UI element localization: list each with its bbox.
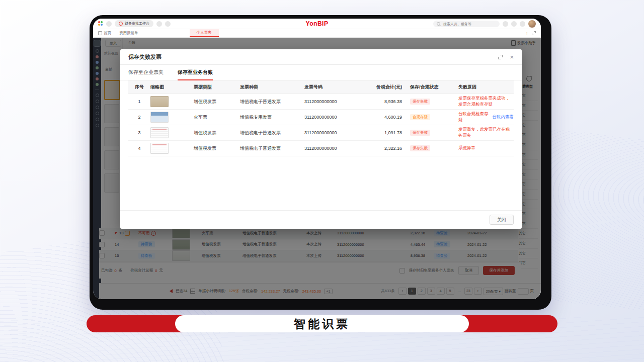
cell-failure-reason: 台账合规检查存疑台账内查看 xyxy=(458,111,514,123)
modal-close-button[interactable]: 关闭 xyxy=(490,215,514,225)
caption-banner: 智能识票 xyxy=(87,315,557,332)
cell-amount: 4,600.19 xyxy=(364,115,410,120)
cell-failure-reason: 发票重复，此发票已存在税务票夹 xyxy=(458,127,514,139)
cell-invoice-kind: 增值税专用发票 xyxy=(240,114,304,121)
invoice-thumbnail[interactable] xyxy=(150,127,169,138)
cell-thumb xyxy=(150,96,194,107)
failure-reason-text: 系统异常 xyxy=(458,145,475,151)
caption-text: 智能识票 xyxy=(294,316,350,332)
column-header: 保存/合规状态 xyxy=(410,84,458,90)
table-row[interactable]: 2火车票增值税专用发票31120000000004,600.19合规存疑台账合规… xyxy=(128,110,514,125)
browser-tab-title: 财务审批工作台 xyxy=(125,21,149,26)
cell-invoice-no: 3112000000000 xyxy=(304,115,364,120)
fullscreen-icon[interactable] xyxy=(532,31,536,35)
cell-invoice-no: 3112000000000 xyxy=(304,146,364,151)
global-search[interactable] xyxy=(433,21,500,27)
cell-thumb xyxy=(150,127,194,138)
search-input[interactable] xyxy=(442,22,496,26)
status-badge: 保存失败 xyxy=(410,130,430,136)
header-action-button[interactable] xyxy=(511,21,517,27)
tab-save-to-enterprise-wallet[interactable]: 保存至企业票夹 xyxy=(128,65,164,80)
cell-invoice-no: 3112000000000 xyxy=(304,99,364,104)
cell-ticket-type: 火车票 xyxy=(194,114,240,121)
cell-amount: 8,936.38 xyxy=(364,99,410,104)
failure-reason-text: 发票保存至税务票夹成功，发票合规检查存疑 xyxy=(458,96,514,108)
modal-table-header: 序号缩略图票据类型发票种类发票号码价税合计(元)保存/合规状态失败原因 xyxy=(128,80,514,94)
caption-pill: 智能识票 xyxy=(175,315,469,332)
cell-amount: 1,091.78 xyxy=(364,130,410,135)
browser-button[interactable] xyxy=(165,21,171,27)
cell-no: 4 xyxy=(128,146,150,151)
cell-amount: 2,322.16 xyxy=(364,146,410,151)
status-badge: 合规存疑 xyxy=(410,114,430,120)
table-row[interactable]: 1增值税发票增值税电子普通发票31120000000008,936.38保存失败… xyxy=(128,94,514,110)
cell-ticket-type: 增值税发票 xyxy=(194,145,240,152)
nav-bar: 首页 费用报销单 个人票夹 ↑ xyxy=(93,29,541,38)
browser-tab[interactable]: 财务审批工作台 xyxy=(115,20,153,27)
user-avatar[interactable] xyxy=(528,20,536,28)
home-icon xyxy=(98,31,102,35)
cell-failure-reason: 发票保存至税务票夹成功，发票合规检查存疑 xyxy=(458,96,514,108)
invoice-thumbnail[interactable] xyxy=(150,143,169,154)
nav-expense-doc-label: 费用报销单 xyxy=(119,31,138,36)
status-badge: 保存失败 xyxy=(410,145,430,151)
tab-favicon xyxy=(119,22,123,26)
cell-failure-reason: 系统异常 xyxy=(458,145,514,151)
cell-invoice-kind: 增值税电子普通发票 xyxy=(240,130,304,136)
column-header: 序号 xyxy=(128,84,150,90)
browser-bar: 财务审批工作台 YonBIP xyxy=(93,19,541,29)
cell-thumb xyxy=(150,112,194,123)
column-header: 发票种类 xyxy=(240,84,304,90)
expand-icon[interactable] xyxy=(498,55,503,59)
search-icon xyxy=(437,22,440,26)
cell-no: 1 xyxy=(128,99,150,104)
upload-icon[interactable]: ↑ xyxy=(526,31,528,36)
main-area: 票夹 台账 默认视图 全部 发票小助手 消费类型 其它其它其它其它其它其它其它其… xyxy=(93,38,541,299)
modal-table-body: 1增值税发票增值税电子普通发票31120000000008,936.38保存失败… xyxy=(128,94,514,156)
cell-invoice-kind: 增值税电子普通发票 xyxy=(240,99,304,105)
cell-invoice-no: 3112000000000 xyxy=(304,130,364,135)
cell-invoice-kind: 增值税电子普通发票 xyxy=(240,145,304,152)
column-header: 缩略图 xyxy=(150,84,194,90)
app-logo-icon xyxy=(98,21,103,26)
close-icon[interactable]: × xyxy=(510,54,514,60)
failure-reason-text: 台账合规检查存疑 xyxy=(458,111,493,123)
device-frame: 财务审批工作台 YonBIP 首页 费用报销单 个人票夹 ↑ xyxy=(90,15,551,310)
nav-tab-personal-wallet[interactable]: 个人票夹 xyxy=(190,29,219,37)
table-row[interactable]: 4增值税发票增值税电子普通发票31120000000002,322.16保存失败… xyxy=(128,141,514,156)
cell-status: 保存失败 xyxy=(410,99,458,105)
nav-home[interactable]: 首页 xyxy=(98,29,111,37)
header-action-button[interactable] xyxy=(503,21,508,27)
yonbip-logo: YonBIP xyxy=(306,20,329,27)
app-screen: 财务审批工作台 YonBIP 首页 费用报销单 个人票夹 ↑ xyxy=(93,19,541,299)
browser-button[interactable] xyxy=(156,21,162,27)
column-header: 票据类型 xyxy=(194,84,240,90)
failure-reason-text: 发票重复，此发票已存在税务票夹 xyxy=(458,127,514,139)
cell-status: 保存失败 xyxy=(410,130,458,136)
column-header: 失败原因 xyxy=(458,84,514,90)
cell-status: 合规存疑 xyxy=(410,114,458,120)
nav-home-label: 首页 xyxy=(104,31,111,36)
tab-save-to-business-ledger[interactable]: 保存至业务台账 xyxy=(178,65,213,80)
nav-active-tab-label: 个人票夹 xyxy=(197,30,212,35)
view-in-ledger-link[interactable]: 台账内查看 xyxy=(493,114,514,120)
header-action-button[interactable] xyxy=(520,21,525,27)
browser-button[interactable] xyxy=(106,21,112,27)
nav-expense-doc[interactable]: 费用报销单 xyxy=(119,29,138,37)
cell-ticket-type: 增值税发票 xyxy=(194,130,240,136)
cell-no: 2 xyxy=(128,115,150,120)
invoice-thumbnail[interactable] xyxy=(150,96,169,107)
save-failed-invoices-modal: 保存失败发票 × 保存至企业票夹 保存至业务台账 序号缩略图票据类型发票种类发票… xyxy=(120,49,522,229)
column-header: 价税合计(元) xyxy=(364,84,410,90)
invoice-thumbnail[interactable] xyxy=(150,112,169,123)
table-row[interactable]: 3增值税发票增值税电子普通发票31120000000001,091.78保存失败… xyxy=(128,125,514,141)
cell-ticket-type: 增值税发票 xyxy=(194,99,240,105)
cell-status: 保存失败 xyxy=(410,145,458,151)
status-badge: 保存失败 xyxy=(410,99,430,105)
cell-no: 3 xyxy=(128,130,150,135)
modal-title: 保存失败发票 xyxy=(128,53,162,61)
cell-thumb xyxy=(150,143,194,154)
column-header: 发票号码 xyxy=(304,84,364,90)
